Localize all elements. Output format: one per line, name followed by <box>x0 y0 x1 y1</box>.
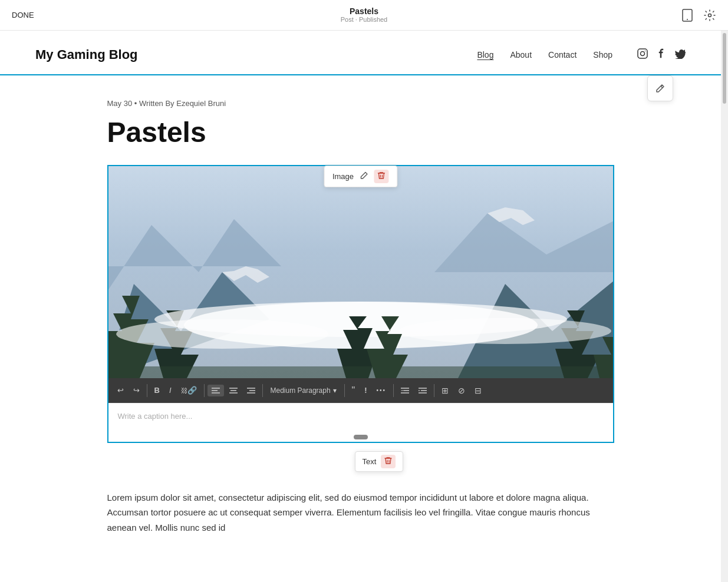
text-format-toolbar: B I 🔗 <box>108 378 613 403</box>
dropdown-chevron: ▾ <box>333 386 337 395</box>
toolbar-divider-2 <box>204 384 205 397</box>
done-button[interactable]: DONE <box>12 11 34 19</box>
image-toolbar-label: Image <box>332 172 354 181</box>
post-title-label: Pastels <box>341 6 388 16</box>
svg-point-19 <box>116 319 328 349</box>
toolbar-divider-5 <box>393 384 394 397</box>
align-right-button[interactable] <box>243 385 259 396</box>
paragraph-style-label: Medium Paragraph <box>271 386 331 395</box>
caption-placeholder: Write a caption here... <box>118 412 193 421</box>
image-edit-button[interactable] <box>360 171 368 181</box>
site-nav: My Gaming Blog Blog About Contact Shop <box>0 31 721 75</box>
post-wrapper: May 30 • Written By Ezequiel Bruni Paste… <box>95 75 626 558</box>
svg-rect-3 <box>638 49 647 58</box>
svg-point-1 <box>687 19 688 20</box>
toolbar-divider-4 <box>344 384 345 397</box>
post-meta: May 30 • Written By Ezequiel Bruni <box>107 99 614 108</box>
svg-rect-23 <box>108 366 613 378</box>
link-button[interactable]: 🔗 <box>177 383 201 397</box>
nav-link-shop[interactable]: Shop <box>593 50 612 59</box>
svg-point-5 <box>645 51 646 52</box>
text-popup: Text <box>355 451 404 472</box>
instagram-icon[interactable] <box>637 48 648 61</box>
toolbar-divider-1 <box>147 384 147 397</box>
image-delete-button[interactable] <box>374 170 388 183</box>
top-bar: DONE Pastels Post · Published <box>0 0 728 31</box>
device-preview-icon[interactable] <box>681 9 694 22</box>
trash-toolbar-button[interactable]: ⊟ <box>470 383 486 398</box>
svg-point-20 <box>399 318 611 344</box>
toolbar-divider-3 <box>262 384 263 397</box>
table-button[interactable]: ⊞ <box>437 383 453 398</box>
blockquote-button[interactable]: " <box>348 383 360 398</box>
topbar-center: Pastels Post · Published <box>341 6 388 24</box>
align-left-button[interactable] <box>207 385 224 396</box>
nav-link-about[interactable]: About <box>510 50 532 59</box>
exclamation-button[interactable]: ! <box>360 383 371 397</box>
indent-button[interactable] <box>414 385 431 396</box>
resize-handle[interactable] <box>108 432 613 442</box>
site-title: My Gaming Blog <box>35 47 138 62</box>
redo-button[interactable] <box>129 383 144 397</box>
post-title-h1: Pastels <box>107 117 614 148</box>
nav-links: Blog About Contact Shop <box>477 48 686 61</box>
paragraph-style-dropdown[interactable]: Medium Paragraph ▾ <box>266 384 341 397</box>
text-delete-button[interactable] <box>381 455 396 468</box>
svg-point-4 <box>641 52 645 56</box>
image-toolbar: Image <box>324 166 397 187</box>
post-image <box>108 166 613 378</box>
more-options-button[interactable]: ••• <box>373 385 391 396</box>
bold-button[interactable]: B <box>150 383 164 397</box>
content-area: My Gaming Blog Blog About Contact Shop <box>0 31 721 582</box>
settings-icon[interactable] <box>703 9 716 22</box>
social-icons <box>637 48 686 61</box>
toolbar-divider-6 <box>434 384 434 397</box>
scrollbar-track <box>721 31 728 582</box>
edit-float-button[interactable] <box>647 75 673 101</box>
circle-slash-button[interactable]: ⊘ <box>454 383 469 398</box>
post-status-label: Post · Published <box>341 16 388 24</box>
italic-button[interactable]: I <box>165 383 176 397</box>
twitter-icon[interactable] <box>675 48 686 61</box>
resize-handle-dot <box>354 435 368 439</box>
caption-area[interactable]: Write a caption here... <box>108 403 613 432</box>
nav-link-blog[interactable]: Blog <box>477 50 493 59</box>
main-scroll: My Gaming Blog Blog About Contact Shop <box>0 31 728 582</box>
outdent-button[interactable] <box>397 385 413 396</box>
svg-point-2 <box>709 14 711 16</box>
text-block: Text Lorem ipsum dolor sit amet, consect… <box>107 443 614 535</box>
undo-button[interactable] <box>113 383 128 397</box>
image-block: Image <box>107 165 614 443</box>
scrollbar-thumb[interactable] <box>723 33 726 104</box>
topbar-right <box>681 9 716 22</box>
facebook-icon[interactable] <box>656 48 667 61</box>
text-popup-label: Text <box>363 457 377 466</box>
align-center-button[interactable] <box>225 385 242 396</box>
nav-link-contact[interactable]: Contact <box>548 50 577 59</box>
